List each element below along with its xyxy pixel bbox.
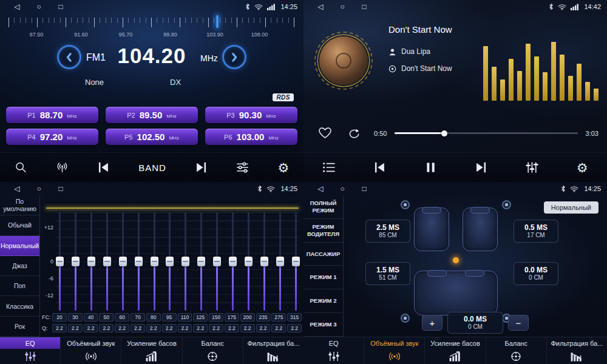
driver-seat[interactable] [414,207,449,251]
scan-stations-button[interactable] [53,159,71,176]
eq-preset-item[interactable]: Обычай [0,215,39,235]
eq-band-slider[interactable] [276,212,284,311]
slider-knob[interactable] [119,257,127,266]
slider-knob[interactable] [292,257,300,266]
rear-seat[interactable] [414,271,498,315]
settings-button[interactable]: ⚙ [276,159,292,177]
slider-knob[interactable] [213,257,221,266]
tab-balance[interactable]: Баланс [486,337,547,364]
recents-icon[interactable]: □ [50,184,72,193]
tab-bass-boost[interactable]: Усиление басов [425,337,486,364]
previous-station-button[interactable] [95,159,112,176]
preset-button-p5[interactable]: P5 102.50 MHz [106,129,198,145]
home-icon[interactable]: ○ [331,2,353,11]
preset-button-p3[interactable]: P3 90.30 MHz [205,107,297,123]
delay-increase-button[interactable]: + [422,315,443,331]
eq-band-slider[interactable] [151,212,158,311]
listening-mode-item[interactable]: ПОЛНЫЙ РЕЖИМ [304,195,343,219]
tab-surround-sound[interactable]: Объёмный звук [364,337,425,364]
preset-button-p2[interactable]: P2 89.50 MHz [106,107,198,123]
listening-mode-item[interactable]: РЕЖИМ 2 [304,289,343,313]
equalizer-button[interactable] [523,159,541,176]
slider-knob[interactable] [197,257,205,266]
repeat-button[interactable] [347,127,361,141]
tab-surround-sound[interactable]: Объёмный звук [61,337,121,364]
eq-band-slider[interactable] [181,212,189,311]
slider-knob[interactable] [103,257,111,266]
eq-band-slider[interactable] [56,212,64,311]
slider-knob[interactable] [87,257,95,266]
band-button[interactable]: BAND [136,160,169,175]
eq-band-slider[interactable] [103,212,111,311]
slider-knob[interactable] [245,257,253,266]
listening-mode-item[interactable]: ПАССАЖИР [304,243,343,266]
recents-icon[interactable]: □ [353,184,375,193]
next-track-button[interactable] [472,159,490,176]
listening-mode-item[interactable]: РЕЖИМ 3 [304,313,343,337]
sound-profile-button[interactable]: Нормальный [544,201,599,214]
favorite-button[interactable] [318,127,332,141]
slider-knob[interactable] [72,257,80,266]
preset-button-p4[interactable]: P4 97.20 MHz [6,129,98,145]
slider-knob[interactable] [56,257,64,266]
eq-preset-item[interactable]: Классика [0,296,39,316]
eq-preset-item[interactable]: По умолчанию [0,195,39,215]
fc-value: 110 [178,313,192,322]
eq-band-slider[interactable] [166,212,174,311]
slider-knob[interactable] [260,257,268,266]
tab-bass-boost[interactable]: Усиление басов [121,337,182,364]
preset-button-p6[interactable]: P6 103.00 MHz [205,129,297,145]
recents-icon[interactable]: □ [353,2,375,11]
home-icon[interactable]: ○ [28,2,50,11]
recents-icon[interactable]: □ [50,2,72,11]
eq-preset-item[interactable]: Нормальный [0,236,39,256]
eq-band-slider[interactable] [213,212,221,311]
preset-button-p1[interactable]: P1 88.70 MHz [6,107,98,123]
tab-eq[interactable]: EQ [304,337,364,364]
back-icon[interactable]: ◁ [310,2,331,11]
eq-preset-item[interactable]: Джаз [0,256,39,276]
eq-band-slider[interactable] [197,212,205,311]
pause-button[interactable] [422,159,439,176]
eq-band-slider[interactable] [260,212,268,311]
eq-band-slider[interactable] [292,212,300,311]
eq-band-slider[interactable] [72,212,80,311]
search-button[interactable] [12,159,30,176]
eq-band-slider[interactable] [87,212,95,311]
home-icon[interactable]: ○ [331,184,353,193]
slider-knob[interactable] [151,257,158,266]
listening-mode-item[interactable]: РЕЖИМ ВОДИТЕЛЯ [304,219,343,243]
back-icon[interactable]: ◁ [310,184,331,193]
tab-eq[interactable]: EQ [0,337,61,364]
slider-knob[interactable] [229,257,237,266]
listening-position-dot[interactable] [453,257,459,263]
eq-band-slider[interactable] [245,212,253,311]
slider-knob[interactable] [135,257,143,266]
settings-button[interactable]: ⚙ [574,159,591,177]
tune-down-button[interactable] [57,45,81,69]
next-station-button[interactable] [192,159,210,176]
tab-filter[interactable]: Фильтрация ба... [243,337,304,364]
tune-up-button[interactable] [222,45,246,69]
slider-knob[interactable] [181,257,189,266]
home-icon[interactable]: ○ [28,184,50,193]
progress-slider[interactable] [395,132,578,134]
eq-preset-item[interactable]: Рок [0,317,39,337]
eq-band-slider[interactable] [229,212,237,311]
eq-band-slider[interactable] [135,212,143,311]
audio-settings-button[interactable] [234,159,251,176]
slider-knob[interactable] [276,257,284,266]
slider-knob[interactable] [166,257,174,266]
back-icon[interactable]: ◁ [6,184,28,193]
eq-band-slider[interactable] [119,212,127,311]
tab-balance[interactable]: Баланс [183,337,243,364]
progress-knob[interactable] [441,130,447,136]
back-icon[interactable]: ◁ [6,2,28,11]
tab-filter[interactable]: Фильтрация ба... [547,337,607,364]
passenger-seat[interactable] [463,207,498,251]
delay-decrease-button[interactable]: − [508,315,529,331]
eq-preset-item[interactable]: Поп [0,276,39,296]
listening-mode-item[interactable]: РЕЖИМ 1 [304,266,343,289]
previous-track-button[interactable] [371,159,388,176]
playlist-button[interactable] [320,159,337,176]
